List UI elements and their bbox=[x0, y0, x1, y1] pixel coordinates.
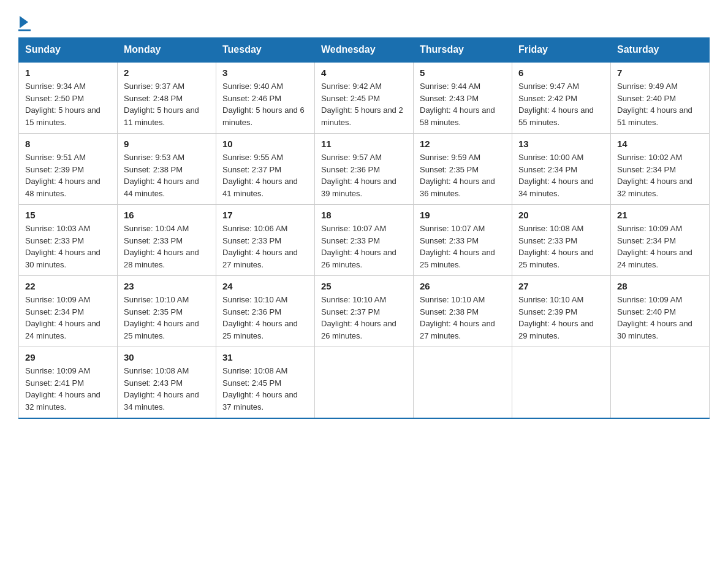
day-number: 10 bbox=[222, 139, 308, 149]
day-info: Sunrise: 10:03 AMSunset: 2:33 PMDaylight… bbox=[25, 224, 100, 269]
calendar-day-cell: 5 Sunrise: 9:44 AMSunset: 2:43 PMDayligh… bbox=[414, 62, 512, 134]
day-number: 26 bbox=[420, 281, 506, 291]
calendar-day-cell: 28 Sunrise: 10:09 AMSunset: 2:40 PMDayli… bbox=[611, 276, 710, 347]
logo-arrow-icon bbox=[20, 16, 28, 28]
calendar-day-cell: 13 Sunrise: 10:00 AMSunset: 2:34 PMDayli… bbox=[512, 134, 611, 205]
day-number: 21 bbox=[617, 210, 703, 220]
day-info: Sunrise: 10:10 AMSunset: 2:35 PMDaylight… bbox=[124, 295, 199, 340]
calendar-week-row: 1 Sunrise: 9:34 AMSunset: 2:50 PMDayligh… bbox=[19, 62, 710, 134]
calendar-day-cell: 11 Sunrise: 9:57 AMSunset: 2:36 PMDaylig… bbox=[315, 134, 414, 205]
calendar-day-cell: 16 Sunrise: 10:04 AMSunset: 2:33 PMDayli… bbox=[118, 205, 216, 276]
day-info: Sunrise: 10:08 AMSunset: 2:45 PMDaylight… bbox=[222, 366, 298, 412]
calendar-day-cell: 21 Sunrise: 10:09 AMSunset: 2:34 PMDayli… bbox=[611, 205, 710, 276]
logo-underline bbox=[18, 29, 31, 31]
day-info: Sunrise: 10:09 AMSunset: 2:41 PMDaylight… bbox=[25, 366, 100, 412]
weekday-header-monday: Monday bbox=[118, 38, 216, 63]
calendar-day-cell: 24 Sunrise: 10:10 AMSunset: 2:36 PMDayli… bbox=[216, 276, 315, 347]
day-info: Sunrise: 9:47 AMSunset: 2:42 PMDaylight:… bbox=[518, 82, 594, 127]
day-number: 2 bbox=[124, 67, 210, 78]
day-number: 15 bbox=[25, 210, 111, 220]
calendar-day-cell bbox=[611, 347, 710, 419]
day-number: 22 bbox=[25, 281, 111, 291]
day-info: Sunrise: 9:49 AMSunset: 2:40 PMDaylight:… bbox=[617, 82, 692, 127]
day-info: Sunrise: 10:02 AMSunset: 2:34 PMDaylight… bbox=[617, 153, 692, 198]
day-info: Sunrise: 10:10 AMSunset: 2:36 PMDaylight… bbox=[222, 295, 298, 340]
day-number: 20 bbox=[518, 210, 604, 220]
day-number: 14 bbox=[617, 139, 703, 149]
calendar-day-cell bbox=[315, 347, 414, 419]
day-number: 6 bbox=[518, 67, 604, 78]
calendar-day-cell: 30 Sunrise: 10:08 AMSunset: 2:43 PMDayli… bbox=[118, 347, 216, 419]
day-info: Sunrise: 9:53 AMSunset: 2:38 PMDaylight:… bbox=[124, 153, 199, 198]
day-info: Sunrise: 9:51 AMSunset: 2:39 PMDaylight:… bbox=[25, 153, 100, 198]
calendar-week-row: 22 Sunrise: 10:09 AMSunset: 2:34 PMDayli… bbox=[19, 276, 710, 347]
day-number: 28 bbox=[617, 281, 703, 291]
day-number: 31 bbox=[222, 352, 308, 362]
weekday-header-tuesday: Tuesday bbox=[216, 38, 315, 63]
day-info: Sunrise: 9:37 AMSunset: 2:48 PMDaylight:… bbox=[124, 82, 199, 127]
weekday-header-saturday: Saturday bbox=[611, 38, 710, 63]
calendar-day-cell: 20 Sunrise: 10:08 AMSunset: 2:33 PMDayli… bbox=[512, 205, 611, 276]
day-number: 16 bbox=[124, 210, 210, 220]
day-info: Sunrise: 9:42 AMSunset: 2:45 PMDaylight:… bbox=[321, 82, 403, 127]
day-info: Sunrise: 10:10 AMSunset: 2:39 PMDaylight… bbox=[518, 295, 594, 340]
calendar-day-cell: 1 Sunrise: 9:34 AMSunset: 2:50 PMDayligh… bbox=[19, 62, 118, 134]
calendar-day-cell bbox=[512, 347, 611, 419]
calendar-day-cell: 9 Sunrise: 9:53 AMSunset: 2:38 PMDayligh… bbox=[118, 134, 216, 205]
day-number: 3 bbox=[222, 67, 308, 78]
day-info: Sunrise: 9:59 AMSunset: 2:35 PMDaylight:… bbox=[420, 153, 495, 198]
day-info: Sunrise: 9:55 AMSunset: 2:37 PMDaylight:… bbox=[222, 153, 298, 198]
day-number: 19 bbox=[420, 210, 506, 220]
day-info: Sunrise: 10:07 AMSunset: 2:33 PMDaylight… bbox=[420, 224, 495, 269]
day-info: Sunrise: 10:10 AMSunset: 2:38 PMDaylight… bbox=[420, 295, 495, 340]
day-number: 18 bbox=[321, 210, 407, 220]
weekday-header-thursday: Thursday bbox=[414, 38, 512, 63]
day-number: 5 bbox=[420, 67, 506, 78]
day-number: 9 bbox=[124, 139, 210, 149]
day-number: 30 bbox=[124, 352, 210, 362]
day-number: 24 bbox=[222, 281, 308, 291]
calendar-day-cell: 3 Sunrise: 9:40 AMSunset: 2:46 PMDayligh… bbox=[216, 62, 315, 134]
calendar-day-cell: 6 Sunrise: 9:47 AMSunset: 2:42 PMDayligh… bbox=[512, 62, 611, 134]
logo bbox=[18, 12, 31, 31]
weekday-header-row: SundayMondayTuesdayWednesdayThursdayFrid… bbox=[19, 38, 710, 63]
day-number: 17 bbox=[222, 210, 308, 220]
calendar-table: SundayMondayTuesdayWednesdayThursdayFrid… bbox=[18, 37, 710, 419]
day-number: 25 bbox=[321, 281, 407, 291]
day-info: Sunrise: 10:00 AMSunset: 2:34 PMDaylight… bbox=[518, 153, 594, 198]
day-info: Sunrise: 10:08 AMSunset: 2:33 PMDaylight… bbox=[518, 224, 594, 269]
day-number: 13 bbox=[518, 139, 604, 149]
day-number: 7 bbox=[617, 67, 703, 78]
calendar-day-cell: 18 Sunrise: 10:07 AMSunset: 2:33 PMDayli… bbox=[315, 205, 414, 276]
calendar-week-row: 15 Sunrise: 10:03 AMSunset: 2:33 PMDayli… bbox=[19, 205, 710, 276]
day-number: 23 bbox=[124, 281, 210, 291]
day-info: Sunrise: 10:09 AMSunset: 2:34 PMDaylight… bbox=[617, 224, 692, 269]
calendar-week-row: 29 Sunrise: 10:09 AMSunset: 2:41 PMDayli… bbox=[19, 347, 710, 419]
weekday-header-wednesday: Wednesday bbox=[315, 38, 414, 63]
calendar-day-cell bbox=[414, 347, 512, 419]
calendar-day-cell: 7 Sunrise: 9:49 AMSunset: 2:40 PMDayligh… bbox=[611, 62, 710, 134]
day-number: 1 bbox=[25, 67, 111, 78]
calendar-day-cell: 15 Sunrise: 10:03 AMSunset: 2:33 PMDayli… bbox=[19, 205, 118, 276]
calendar-day-cell: 26 Sunrise: 10:10 AMSunset: 2:38 PMDayli… bbox=[414, 276, 512, 347]
calendar-day-cell: 4 Sunrise: 9:42 AMSunset: 2:45 PMDayligh… bbox=[315, 62, 414, 134]
day-info: Sunrise: 9:40 AMSunset: 2:46 PMDaylight:… bbox=[222, 82, 305, 127]
calendar-day-cell: 31 Sunrise: 10:08 AMSunset: 2:45 PMDayli… bbox=[216, 347, 315, 419]
day-info: Sunrise: 10:08 AMSunset: 2:43 PMDaylight… bbox=[124, 366, 199, 412]
calendar-day-cell: 27 Sunrise: 10:10 AMSunset: 2:39 PMDayli… bbox=[512, 276, 611, 347]
calendar-day-cell: 10 Sunrise: 9:55 AMSunset: 2:37 PMDaylig… bbox=[216, 134, 315, 205]
page-header bbox=[18, 12, 710, 31]
day-number: 11 bbox=[321, 139, 407, 149]
day-info: Sunrise: 9:34 AMSunset: 2:50 PMDaylight:… bbox=[25, 82, 100, 127]
calendar-week-row: 8 Sunrise: 9:51 AMSunset: 2:39 PMDayligh… bbox=[19, 134, 710, 205]
day-info: Sunrise: 10:07 AMSunset: 2:33 PMDaylight… bbox=[321, 224, 396, 269]
day-number: 29 bbox=[25, 352, 111, 362]
day-info: Sunrise: 10:06 AMSunset: 2:33 PMDaylight… bbox=[222, 224, 298, 269]
day-info: Sunrise: 10:10 AMSunset: 2:37 PMDaylight… bbox=[321, 295, 396, 340]
weekday-header-sunday: Sunday bbox=[19, 38, 118, 63]
calendar-day-cell: 2 Sunrise: 9:37 AMSunset: 2:48 PMDayligh… bbox=[118, 62, 216, 134]
day-info: Sunrise: 10:04 AMSunset: 2:33 PMDaylight… bbox=[124, 224, 199, 269]
calendar-day-cell: 12 Sunrise: 9:59 AMSunset: 2:35 PMDaylig… bbox=[414, 134, 512, 205]
day-number: 4 bbox=[321, 67, 407, 78]
day-info: Sunrise: 9:44 AMSunset: 2:43 PMDaylight:… bbox=[420, 82, 495, 127]
